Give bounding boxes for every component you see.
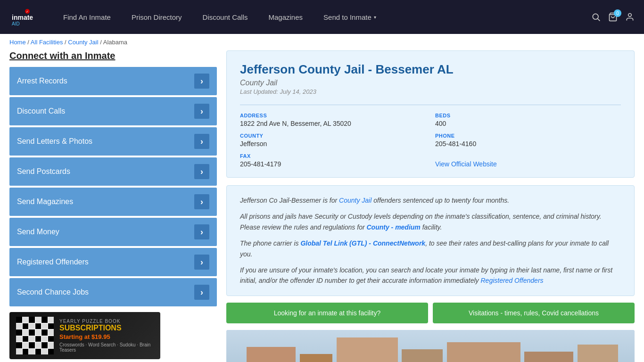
breadcrumb-home[interactable]: Home [9,39,26,46]
visitations-button[interactable]: Visitations - times, rules, Covid cancel… [433,303,635,323]
sidebar-item-send-postcards[interactable]: Send Postcards › [9,157,217,186]
ad-line2: Subscriptions [59,324,154,332]
chevron-down-icon: ▾ [374,15,376,20]
navbar: inmate AID ✓ Find An Inmate Prison Direc… [0,0,644,34]
arrow-icon: › [194,194,209,209]
svg-text:inmate: inmate [12,14,33,21]
facility-updated: Last Updated: July 14, 2023 [240,88,621,95]
svg-text:✓: ✓ [26,10,29,13]
account-button[interactable] [625,12,635,22]
nav-magazines[interactable]: Magazines [258,0,313,34]
facility-title: Jefferson County Jail - Bessemer AL [240,62,621,77]
facility-card: Jefferson County Jail - Bessemer AL Coun… [226,50,635,178]
address-value: 1822 2nd Ave N, Bessemer, AL 35020 [240,120,426,127]
sidebar-item-send-magazines[interactable]: Send Magazines › [9,188,217,216]
sidebar-item-discount-calls[interactable]: Discount Calls › [9,97,217,125]
breadcrumb-county-jail[interactable]: County Jail [68,39,98,46]
detail-phone: PHONE 205-481-4160 [435,133,621,148]
main-layout: Connect with an Inmate Arrest Records › … [0,50,644,362]
fax-value: 205-481-4179 [240,160,426,168]
county-medium-link[interactable]: County - medium [366,223,420,231]
arrow-icon: › [194,74,209,89]
svg-line-6 [598,19,600,21]
gtl-link[interactable]: Global Tel Link (GTL) - ConnectNetwork [300,239,425,247]
desc-para3: The phone carrier is Global Tel Link (GT… [240,238,621,259]
detail-website: View Official Website [435,153,621,168]
sidebar-item-send-money[interactable]: Send Money › [9,218,217,246]
arrow-icon: › [194,134,209,149]
ad-text: Yearly Puzzle Book Subscriptions Startin… [59,319,154,353]
website-link[interactable]: View Official Website [435,160,497,168]
cart-button[interactable]: 0 [608,12,618,22]
detail-beds: BEDS 400 [435,113,621,127]
nav-send-to-inmate[interactable]: Send to Inmate ▾ [313,0,387,34]
ad-line1: Yearly Puzzle Book [59,319,154,324]
ad-line3: Starting at $19.95 [59,333,154,340]
nav-links: Find An Inmate Prison Directory Discount… [53,0,591,34]
detail-fax: FAX 205-481-4179 [240,153,426,168]
sidebar-title: Connect with an Inmate [9,50,217,61]
content-area: Jefferson County Jail - Bessemer AL Coun… [226,50,635,362]
svg-point-8 [628,14,632,17]
svg-point-5 [593,14,598,19]
ad-crossword-graphic [16,317,54,354]
ad-banner: Yearly Puzzle Book Subscriptions Startin… [9,312,160,359]
ad-line4: Crosswords · Word Search · Sudoku · Brai… [59,342,154,353]
sidebar-menu: Arrest Records › Discount Calls › Send L… [9,67,217,306]
breadcrumb-all-facilities[interactable]: All Facilities [31,39,63,46]
description-block: Jefferson Co Jail-Bessemer is for County… [226,185,635,296]
sidebar-ad[interactable]: Yearly Puzzle Book Subscriptions Startin… [9,312,160,359]
logo[interactable]: inmate AID ✓ [9,7,34,28]
sidebar-item-arrest-records[interactable]: Arrest Records › [9,67,217,95]
registered-offenders-link[interactable]: Registered Offenders [480,277,543,284]
search-button[interactable] [591,12,601,22]
desc-para2: All prisons and jails have Security or C… [240,211,621,232]
detail-address: ADDRESS 1822 2nd Ave N, Bessemer, AL 350… [240,113,426,127]
desc-para4: If you are unsure of your inmate's locat… [240,265,621,286]
county-value: Jefferson [240,140,426,148]
phone-value: 205-481-4160 [435,140,621,148]
sidebar-item-send-letters[interactable]: Send Letters & Photos › [9,127,217,156]
detail-county: COUNTY Jefferson [240,133,426,148]
arrow-icon: › [194,164,209,179]
sidebar-item-registered-offenders[interactable]: Registered Offenders › [9,248,217,276]
arrow-icon: › [194,255,209,270]
sidebar: Connect with an Inmate Arrest Records › … [9,50,217,362]
nav-discount-calls[interactable]: Discount Calls [192,0,258,34]
facility-type: County Jail [240,79,621,87]
action-buttons: Looking for an inmate at this facility? … [226,303,635,323]
cart-badge: 0 [614,9,621,17]
nav-icons: 0 [591,12,635,22]
facility-details: ADDRESS 1822 2nd Ave N, Bessemer, AL 350… [240,105,621,168]
nav-prison-directory[interactable]: Prison Directory [121,0,192,34]
desc-para1: Jefferson Co Jail-Bessemer is for County… [240,195,621,206]
breadcrumb-state: Alabama [103,39,127,46]
arrow-icon: › [194,104,209,119]
facility-photo [226,330,635,362]
find-inmate-button[interactable]: Looking for an inmate at this facility? [226,303,428,323]
svg-text:AID: AID [12,21,20,26]
county-jail-link[interactable]: County Jail [339,197,372,204]
nav-find-inmate[interactable]: Find An Inmate [53,0,121,34]
sidebar-item-second-chance-jobs[interactable]: Second Chance Jobs › [9,278,217,306]
arrow-icon: › [194,224,209,239]
arrow-icon: › [194,285,209,300]
breadcrumb: Home / All Facilities / County Jail / Al… [0,34,644,50]
beds-value: 400 [435,120,621,127]
photo-buildings [226,330,635,362]
